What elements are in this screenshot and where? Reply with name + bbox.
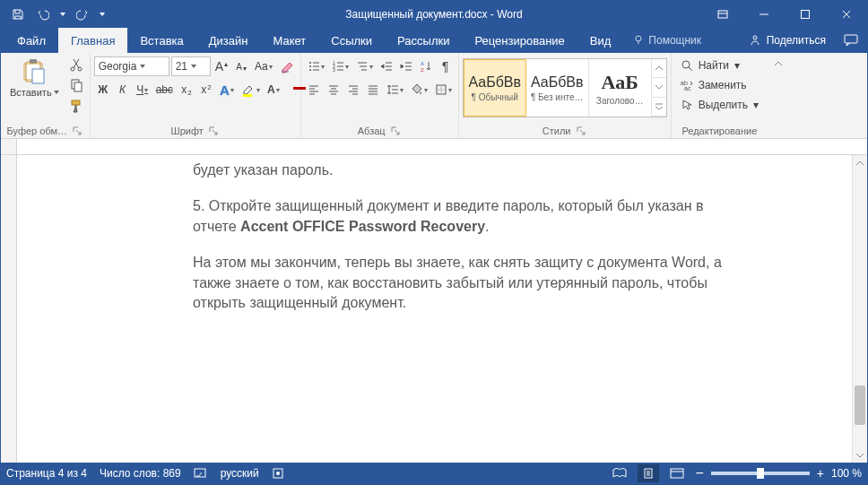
macro-button[interactable] [272,467,284,480]
change-case-button[interactable]: Aa▾ [252,56,275,76]
zoom-level[interactable]: 100 % [831,467,862,480]
qat-customize-dropdown[interactable] [96,3,108,26]
group-styles-label: Стили [542,126,571,136]
styles-gallery-scroll [652,59,666,117]
tab-design[interactable]: Дизайн [196,28,261,53]
font-size-combo[interactable]: 21 [171,56,211,76]
borders-button[interactable]: ▾ [432,80,455,100]
ribbon-tab-strip: Файл Главная Вставка Дизайн Макет Ссылки… [1,28,867,53]
italic-button[interactable]: К [114,80,132,100]
tab-layout[interactable]: Макет [260,28,318,53]
ribbon: Вставить Буфер обм… Georgia 21 A▴ A▾ [1,53,867,139]
style-normal[interactable]: АаБбВв ¶ Обычный [464,59,526,117]
align-center-button[interactable] [325,80,343,100]
tell-me-label: Помощник [648,34,701,47]
clear-formatting-button[interactable] [277,56,297,76]
zoom-slider-knob[interactable] [757,468,764,479]
decrease-indent-button[interactable] [378,56,395,76]
tell-me-search[interactable]: Помощник [623,28,710,53]
font-color-button[interactable]: A▾ [265,80,282,100]
clipboard-dialog-launcher[interactable] [71,125,83,137]
shrink-font-button[interactable]: A▾ [232,56,250,76]
subscript-button[interactable]: x2 [178,80,195,100]
grow-font-button[interactable]: A▴ [213,56,230,76]
tab-mailings[interactable]: Рассылки [385,28,462,53]
copy-button[interactable] [66,75,86,95]
style-no-spacing[interactable]: АаБбВв ¶ Без инте… [526,59,589,117]
print-layout-button[interactable] [638,464,659,482]
language-indicator[interactable]: русский [221,467,259,480]
read-mode-button[interactable] [609,464,630,482]
redo-icon[interactable] [71,3,94,26]
scroll-thumb[interactable] [855,385,865,425]
svg-rect-27 [195,469,205,477]
superscript-button[interactable]: x2 [197,80,215,100]
undo-icon[interactable] [31,3,55,26]
maximize-button[interactable] [785,1,826,28]
show-marks-button[interactable]: ¶ [437,56,455,76]
tab-insert[interactable]: Вставка [127,28,195,53]
page-indicator[interactable]: Страница 4 из 4 [6,467,87,480]
ribbon-display-options-button[interactable] [702,1,743,28]
font-name-combo[interactable]: Georgia [94,56,169,76]
text-effects-button[interactable]: A▾ [217,80,237,100]
select-button[interactable]: Выделить ▾ [675,96,764,114]
format-painter-button[interactable] [66,96,86,116]
zoom-in-button[interactable]: + [817,466,824,481]
font-dialog-launcher[interactable] [207,125,220,137]
save-icon[interactable] [6,3,30,26]
line-spacing-button[interactable]: ▾ [384,80,406,100]
svg-rect-6 [30,59,37,64]
find-button[interactable]: Найти ▾ [675,56,764,74]
numbering-button[interactable]: 123▾ [329,56,352,76]
increase-indent-button[interactable] [397,56,415,76]
web-layout-button[interactable] [666,464,688,482]
tab-review[interactable]: Рецензирование [462,28,577,53]
styles-dialog-launcher[interactable] [575,125,587,137]
paste-button[interactable]: Вставить [4,55,65,101]
underline-button[interactable]: Ч▾ [134,80,152,100]
highlight-button[interactable]: ▾ [239,80,263,100]
zoom-out-button[interactable]: − [695,465,703,481]
shading-button[interactable]: ▾ [408,80,430,100]
tab-home[interactable]: Главная [58,28,127,53]
group-font: Georgia 21 A▴ A▾ Aa▾ Ж К Ч▾ abc x2 x2 [91,53,301,138]
cut-button[interactable] [66,55,86,74]
svg-text:3: 3 [333,67,335,73]
style-heading1[interactable]: АаБ Заголово… [589,59,652,117]
multilevel-list-button[interactable]: ▾ [353,56,376,76]
styles-more-button[interactable] [652,98,666,117]
undo-dropdown[interactable] [56,3,69,26]
paragraph-dialog-launcher[interactable] [389,125,402,137]
tab-file[interactable]: Файл [4,28,58,53]
title-bar: Защищенный документ.docx - Word [1,1,867,28]
share-button[interactable]: Поделиться [740,34,835,47]
scroll-down-button[interactable] [853,447,867,463]
vertical-ruler[interactable] [1,155,17,463]
svg-point-17 [309,69,311,71]
word-count[interactable]: Число слов: 869 [100,467,181,480]
sort-button[interactable]: AZ [417,56,435,76]
tab-references[interactable]: Ссылки [318,28,385,53]
horizontal-ruler[interactable] [1,139,867,155]
group-editing-label: Редактирование [681,126,757,136]
strikethrough-button[interactable]: abc [153,80,176,100]
scroll-up-button[interactable] [853,155,867,170]
minimize-button[interactable] [743,1,785,28]
bold-button[interactable]: Ж [94,80,112,100]
collapse-ribbon-button[interactable] [768,53,789,138]
comments-pane-button[interactable] [835,34,867,47]
styles-scroll-down[interactable] [652,78,666,97]
tab-view[interactable]: Вид [577,28,624,53]
spellcheck-button[interactable] [194,467,208,480]
document-page[interactable]: будет указан пароль. 5. Откройте защищен… [17,155,852,463]
align-right-button[interactable] [344,80,362,100]
zoom-slider[interactable] [711,472,810,475]
replace-button[interactable]: abac Заменить [675,76,764,94]
scroll-track[interactable] [853,170,867,447]
bullets-button[interactable]: ▾ [305,56,327,76]
close-button[interactable] [826,1,867,28]
align-left-button[interactable] [305,80,323,100]
styles-scroll-up[interactable] [652,59,666,78]
justify-button[interactable] [364,80,382,100]
